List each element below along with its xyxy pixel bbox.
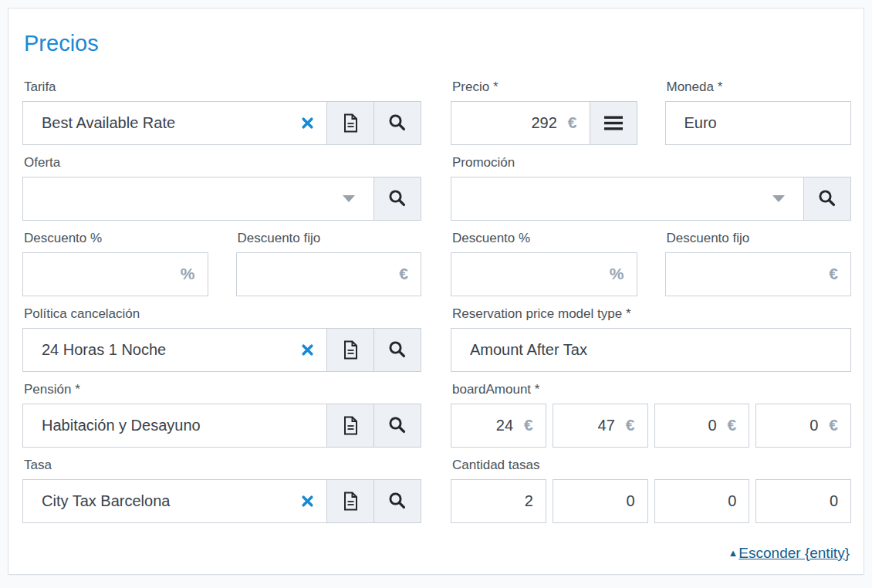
cantidad-tasas-input-4[interactable]: 0 (755, 479, 851, 523)
descuento-pct-left-input[interactable]: % (22, 252, 208, 296)
precio-field: Precio * 292 € (451, 79, 637, 145)
precio-moneda-row: Precio * 292 € Moneda * Euro (451, 79, 851, 154)
promocion-search-button[interactable] (803, 177, 851, 221)
politica-cancelacion-clear-button[interactable] (301, 343, 314, 357)
politica-cancelacion-document-button[interactable] (326, 328, 374, 372)
euro-suffix: € (728, 416, 737, 434)
descuento-left-row: Descuento % % Descuento fijo € (22, 230, 421, 306)
euro-suffix: € (829, 416, 838, 434)
precio-currency-suffix: € (568, 113, 577, 132)
document-icon (343, 340, 359, 360)
percent-suffix: % (181, 265, 195, 283)
descuento-pct-left-label: Descuento % (24, 230, 208, 246)
menu-icon (603, 116, 624, 130)
moneda-label: Moneda * (667, 79, 852, 95)
tarifa-search-button[interactable] (373, 101, 421, 145)
precio-menu-button[interactable] (590, 101, 637, 145)
search-icon (388, 113, 407, 132)
board-amount-input-4[interactable]: 0 € (755, 404, 851, 448)
tarifa-clear-button[interactable] (301, 117, 314, 130)
precio-value: 292 (531, 114, 556, 132)
document-icon (343, 113, 359, 133)
tasa-search-button[interactable] (373, 479, 421, 523)
euro-suffix: € (829, 265, 838, 283)
tasa-input[interactable]: City Tax Barcelona (22, 479, 327, 523)
descuento-fijo-right-input[interactable]: € (665, 252, 852, 296)
cantidad-tasas-input-1[interactable]: 2 (451, 479, 546, 523)
document-icon (343, 492, 359, 511)
board-amount-value-4: 0 (809, 417, 818, 434)
document-icon (343, 416, 359, 435)
tasa-clear-button[interactable] (301, 495, 314, 508)
moneda-field: Moneda * Euro (665, 79, 852, 145)
tarifa-document-button[interactable] (326, 101, 374, 145)
tasa-field: Tasa City Tax Barcelona (22, 457, 421, 523)
panel-footer: ▲Esconder {entity} (22, 545, 850, 562)
search-icon (388, 189, 407, 208)
search-icon (388, 340, 407, 359)
politica-cancelacion-input[interactable]: 24 Horas 1 Noche (22, 328, 327, 372)
euro-suffix: € (399, 265, 408, 283)
price-model-field: Reservation price model type * Amount Af… (451, 306, 851, 372)
tarifa-label: Tarifa (24, 79, 421, 95)
page-title: Precios (24, 30, 850, 57)
collapse-link-label: Esconder {entity} (738, 545, 850, 561)
pension-document-button[interactable] (326, 404, 374, 448)
promocion-label: Promoción (452, 154, 851, 171)
descuento-pct-left-field: Descuento % % (22, 230, 208, 296)
politica-cancelacion-label: Política cancelación (24, 306, 421, 322)
board-amount-input-2[interactable]: 47 € (553, 404, 648, 448)
moneda-input[interactable]: Euro (665, 101, 852, 145)
tasa-document-button[interactable] (326, 479, 374, 523)
x-icon (301, 117, 314, 130)
x-icon (301, 495, 314, 508)
chevron-down-icon[interactable] (343, 195, 355, 202)
descuento-fijo-right-label: Descuento fijo (667, 230, 852, 246)
cantidad-tasas-input-2[interactable]: 0 (553, 479, 648, 523)
politica-cancelacion-field: Política cancelación 24 Horas 1 Noche (22, 306, 421, 372)
moneda-value: Euro (684, 114, 839, 132)
tarifa-value: Best Available Rate (42, 114, 293, 132)
chevron-down-icon[interactable] (772, 195, 785, 202)
cantidad-tasas-input-3[interactable]: 0 (654, 479, 750, 523)
pension-input[interactable]: Habitación y Desayuno (22, 404, 327, 448)
descuento-pct-right-input[interactable]: % (451, 252, 637, 296)
politica-cancelacion-search-button[interactable] (373, 328, 421, 372)
descuento-pct-right-field: Descuento % % (451, 230, 637, 296)
oferta-select[interactable] (22, 177, 374, 221)
price-model-value: Amount After Tax (470, 341, 838, 359)
cantidad-tasas-field: Cantidad tasas 2 0 0 0 (451, 457, 851, 523)
price-model-input[interactable]: Amount After Tax (451, 328, 851, 372)
board-amount-input-3[interactable]: 0 € (654, 404, 750, 448)
collapse-link[interactable]: ▲Esconder {entity} (728, 545, 850, 561)
precios-panel: Precios Tarifa Best Available Rate (8, 8, 864, 575)
promocion-select[interactable] (451, 177, 804, 221)
cantidad-tasas-value-1: 2 (525, 492, 533, 510)
collapse-arrow-icon: ▲ (728, 547, 738, 559)
descuento-fijo-right-field: Descuento fijo € (665, 230, 852, 296)
cantidad-tasas-value-4: 0 (830, 492, 838, 510)
descuento-fijo-left-label: Descuento fijo (238, 230, 422, 246)
board-amount-input-1[interactable]: 24 € (451, 404, 546, 448)
promocion-field: Promoción (451, 154, 851, 221)
x-icon (301, 343, 314, 357)
search-icon (388, 492, 407, 510)
cantidad-tasas-value-3: 0 (728, 492, 736, 510)
tasa-label: Tasa (24, 457, 421, 473)
percent-suffix: % (610, 265, 624, 283)
pension-value: Habitación y Desayuno (42, 417, 314, 434)
pension-field: Pensión * Habitación y Desayuno (22, 381, 421, 448)
form-grid: Tarifa Best Available Rate Precio (22, 79, 850, 532)
tarifa-input[interactable]: Best Available Rate (22, 101, 327, 145)
pension-label: Pensión * (24, 381, 421, 397)
board-amount-value-1: 24 (496, 417, 513, 434)
search-icon (388, 416, 407, 434)
price-model-label: Reservation price model type * (452, 306, 851, 322)
euro-suffix: € (524, 416, 533, 434)
cantidad-tasas-label: Cantidad tasas (452, 457, 851, 473)
politica-cancelacion-value: 24 Horas 1 Noche (42, 341, 293, 359)
precio-input[interactable]: 292 € (451, 101, 590, 145)
pension-search-button[interactable] (373, 404, 421, 448)
descuento-fijo-left-input[interactable]: € (236, 252, 422, 296)
oferta-search-button[interactable] (373, 177, 421, 221)
